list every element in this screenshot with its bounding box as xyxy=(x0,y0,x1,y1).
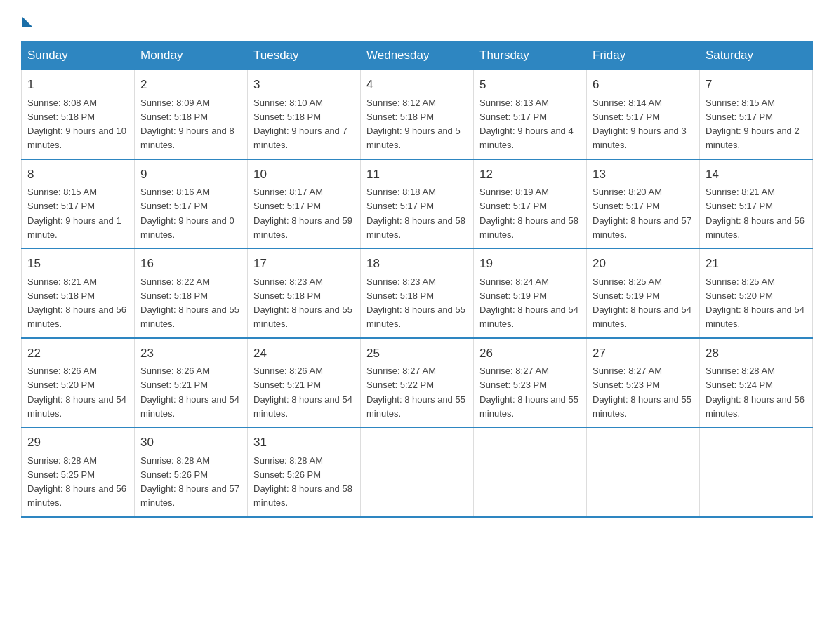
day-number: 7 xyxy=(706,76,807,94)
calendar-cell: 1 Sunrise: 8:08 AMSunset: 5:18 PMDayligh… xyxy=(22,70,135,159)
calendar-cell xyxy=(700,427,813,517)
weekday-header-sunday: Sunday xyxy=(22,41,135,70)
day-number: 9 xyxy=(140,166,241,184)
day-number: 25 xyxy=(366,344,468,363)
day-number: 27 xyxy=(593,344,694,363)
day-info: Sunrise: 8:22 AMSunset: 5:18 PMDaylight:… xyxy=(140,276,239,330)
day-info: Sunrise: 8:27 AMSunset: 5:23 PMDaylight:… xyxy=(479,365,578,419)
week-row-1: 1 Sunrise: 8:08 AMSunset: 5:18 PMDayligh… xyxy=(22,70,813,159)
logo xyxy=(21,14,32,27)
day-number: 1 xyxy=(27,76,128,94)
day-info: Sunrise: 8:13 AMSunset: 5:17 PMDaylight:… xyxy=(479,98,574,151)
calendar-cell: 6 Sunrise: 8:14 AMSunset: 5:17 PMDayligh… xyxy=(587,70,700,159)
calendar-cell: 29 Sunrise: 8:28 AMSunset: 5:25 PMDaylig… xyxy=(22,427,135,517)
calendar-cell: 26 Sunrise: 8:27 AMSunset: 5:23 PMDaylig… xyxy=(474,338,587,428)
day-number: 17 xyxy=(253,255,355,273)
calendar-cell: 7 Sunrise: 8:15 AMSunset: 5:17 PMDayligh… xyxy=(700,70,813,159)
week-row-3: 15 Sunrise: 8:21 AMSunset: 5:18 PMDaylig… xyxy=(22,248,813,338)
weekday-header-saturday: Saturday xyxy=(700,41,813,70)
calendar-cell: 18 Sunrise: 8:23 AMSunset: 5:18 PMDaylig… xyxy=(361,248,474,338)
day-number: 4 xyxy=(366,76,468,94)
calendar-cell xyxy=(474,427,587,517)
calendar-cell: 14 Sunrise: 8:21 AMSunset: 5:17 PMDaylig… xyxy=(700,159,813,249)
calendar-cell: 25 Sunrise: 8:27 AMSunset: 5:22 PMDaylig… xyxy=(361,338,474,428)
day-info: Sunrise: 8:15 AMSunset: 5:17 PMDaylight:… xyxy=(706,98,800,151)
calendar-cell: 20 Sunrise: 8:25 AMSunset: 5:19 PMDaylig… xyxy=(587,248,700,338)
calendar-cell xyxy=(587,427,700,517)
week-row-4: 22 Sunrise: 8:26 AMSunset: 5:20 PMDaylig… xyxy=(22,338,813,428)
logo-arrow-icon xyxy=(22,17,32,27)
calendar-cell: 8 Sunrise: 8:15 AMSunset: 5:17 PMDayligh… xyxy=(22,159,135,249)
day-number: 28 xyxy=(706,344,807,363)
day-number: 12 xyxy=(479,166,581,184)
calendar-cell: 19 Sunrise: 8:24 AMSunset: 5:19 PMDaylig… xyxy=(474,248,587,338)
day-number: 24 xyxy=(253,344,355,363)
day-number: 19 xyxy=(479,255,581,273)
day-info: Sunrise: 8:14 AMSunset: 5:17 PMDaylight:… xyxy=(593,98,687,151)
week-row-5: 29 Sunrise: 8:28 AMSunset: 5:25 PMDaylig… xyxy=(22,427,813,517)
day-info: Sunrise: 8:26 AMSunset: 5:21 PMDaylight:… xyxy=(140,365,239,419)
day-number: 8 xyxy=(27,166,128,184)
day-info: Sunrise: 8:23 AMSunset: 5:18 PMDaylight:… xyxy=(253,276,352,330)
calendar-cell: 17 Sunrise: 8:23 AMSunset: 5:18 PMDaylig… xyxy=(248,248,361,338)
day-number: 5 xyxy=(479,76,581,94)
weekday-header-row: SundayMondayTuesdayWednesdayThursdayFrid… xyxy=(22,41,813,70)
day-info: Sunrise: 8:10 AMSunset: 5:18 PMDaylight:… xyxy=(253,98,348,151)
day-info: Sunrise: 8:23 AMSunset: 5:18 PMDaylight:… xyxy=(366,276,465,330)
weekday-header-tuesday: Tuesday xyxy=(248,41,361,70)
calendar-cell: 13 Sunrise: 8:20 AMSunset: 5:17 PMDaylig… xyxy=(587,159,700,249)
calendar-body: 1 Sunrise: 8:08 AMSunset: 5:18 PMDayligh… xyxy=(22,70,813,517)
day-info: Sunrise: 8:16 AMSunset: 5:17 PMDaylight:… xyxy=(140,187,234,240)
calendar-cell: 31 Sunrise: 8:28 AMSunset: 5:26 PMDaylig… xyxy=(248,427,361,517)
day-info: Sunrise: 8:15 AMSunset: 5:17 PMDaylight:… xyxy=(27,187,121,240)
calendar-cell: 24 Sunrise: 8:26 AMSunset: 5:21 PMDaylig… xyxy=(248,338,361,428)
week-row-2: 8 Sunrise: 8:15 AMSunset: 5:17 PMDayligh… xyxy=(22,159,813,249)
day-number: 31 xyxy=(253,434,355,452)
day-info: Sunrise: 8:28 AMSunset: 5:26 PMDaylight:… xyxy=(140,455,239,509)
weekday-header-monday: Monday xyxy=(135,41,248,70)
calendar-cell: 9 Sunrise: 8:16 AMSunset: 5:17 PMDayligh… xyxy=(135,159,248,249)
calendar-header: SundayMondayTuesdayWednesdayThursdayFrid… xyxy=(22,41,813,70)
day-number: 14 xyxy=(706,166,807,184)
calendar-cell: 15 Sunrise: 8:21 AMSunset: 5:18 PMDaylig… xyxy=(22,248,135,338)
day-info: Sunrise: 8:12 AMSunset: 5:18 PMDaylight:… xyxy=(366,98,461,151)
day-info: Sunrise: 8:27 AMSunset: 5:22 PMDaylight:… xyxy=(366,365,465,419)
day-info: Sunrise: 8:24 AMSunset: 5:19 PMDaylight:… xyxy=(479,276,578,330)
weekday-header-wednesday: Wednesday xyxy=(361,41,474,70)
day-info: Sunrise: 8:17 AMSunset: 5:17 PMDaylight:… xyxy=(253,187,352,240)
day-info: Sunrise: 8:21 AMSunset: 5:18 PMDaylight:… xyxy=(27,276,126,330)
day-info: Sunrise: 8:28 AMSunset: 5:25 PMDaylight:… xyxy=(27,455,126,509)
calendar-cell xyxy=(361,427,474,517)
calendar-cell: 2 Sunrise: 8:09 AMSunset: 5:18 PMDayligh… xyxy=(135,70,248,159)
day-info: Sunrise: 8:28 AMSunset: 5:24 PMDaylight:… xyxy=(706,365,805,419)
day-number: 3 xyxy=(253,76,355,94)
day-number: 15 xyxy=(27,255,128,273)
calendar-cell: 16 Sunrise: 8:22 AMSunset: 5:18 PMDaylig… xyxy=(135,248,248,338)
day-number: 20 xyxy=(593,255,694,273)
day-info: Sunrise: 8:25 AMSunset: 5:19 PMDaylight:… xyxy=(593,276,691,330)
day-info: Sunrise: 8:21 AMSunset: 5:17 PMDaylight:… xyxy=(706,187,805,240)
day-info: Sunrise: 8:25 AMSunset: 5:20 PMDaylight:… xyxy=(706,276,805,330)
day-number: 30 xyxy=(140,434,241,452)
calendar-cell: 21 Sunrise: 8:25 AMSunset: 5:20 PMDaylig… xyxy=(700,248,813,338)
day-number: 2 xyxy=(140,76,241,94)
calendar-cell: 4 Sunrise: 8:12 AMSunset: 5:18 PMDayligh… xyxy=(361,70,474,159)
day-info: Sunrise: 8:27 AMSunset: 5:23 PMDaylight:… xyxy=(593,365,691,419)
calendar-cell: 12 Sunrise: 8:19 AMSunset: 5:17 PMDaylig… xyxy=(474,159,587,249)
calendar-cell: 30 Sunrise: 8:28 AMSunset: 5:26 PMDaylig… xyxy=(135,427,248,517)
calendar-cell: 22 Sunrise: 8:26 AMSunset: 5:20 PMDaylig… xyxy=(22,338,135,428)
day-info: Sunrise: 8:26 AMSunset: 5:20 PMDaylight:… xyxy=(27,365,126,419)
day-info: Sunrise: 8:20 AMSunset: 5:17 PMDaylight:… xyxy=(593,187,691,240)
day-number: 26 xyxy=(479,344,581,363)
calendar-cell: 10 Sunrise: 8:17 AMSunset: 5:17 PMDaylig… xyxy=(248,159,361,249)
weekday-header-friday: Friday xyxy=(587,41,700,70)
day-number: 18 xyxy=(366,255,468,273)
day-number: 29 xyxy=(27,434,128,452)
day-info: Sunrise: 8:18 AMSunset: 5:17 PMDaylight:… xyxy=(366,187,465,240)
calendar-table: SundayMondayTuesdayWednesdayThursdayFrid… xyxy=(21,41,813,518)
day-number: 22 xyxy=(27,344,128,363)
calendar-cell: 27 Sunrise: 8:27 AMSunset: 5:23 PMDaylig… xyxy=(587,338,700,428)
calendar-cell: 28 Sunrise: 8:28 AMSunset: 5:24 PMDaylig… xyxy=(700,338,813,428)
day-number: 16 xyxy=(140,255,241,273)
weekday-header-thursday: Thursday xyxy=(474,41,587,70)
